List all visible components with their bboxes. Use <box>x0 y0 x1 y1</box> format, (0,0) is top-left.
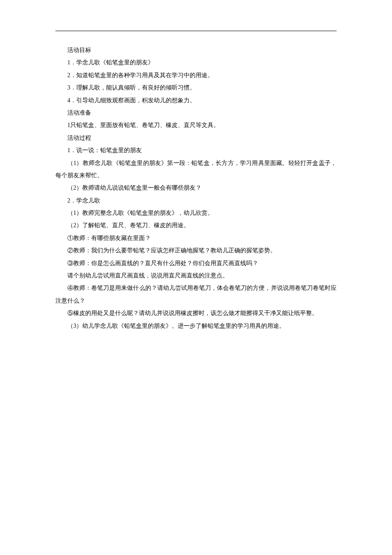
text-line: 2．知道铅笔盒里的各种学习用具及其在学习中的用途。 <box>55 69 337 81</box>
text-line: 2．学念儿歌 <box>55 194 337 207</box>
text-line: ⑤橡皮的用处又是什么呢？请幼儿并说说用橡皮擦时，该怎么做才能擦得又干净又能让纸平… <box>55 307 337 319</box>
text-line: 请个别幼儿尝试用直尺画直线，说说用直尺画直线的注意点。 <box>55 269 337 282</box>
text-line: ①教师：有哪些朋友藏在里面？ <box>55 232 337 244</box>
text-line: 活动目标 <box>55 44 337 56</box>
text-line: 1．说一说：铅笔盒里的朋友 <box>55 144 337 156</box>
text-line: ②教师：我们为什么要带铅笔？应该怎样正确地握笔？教幼儿正确的握笔姿势。 <box>55 244 337 257</box>
text-line: 3．理解儿歌，能认真倾听，有良好的倾听习惯。 <box>55 81 337 94</box>
text-line-wrap: （1）教师念儿歌《铅笔盒里的朋友》第一段：铅笔盒，长方方，学习用具里面藏。轻轻打… <box>55 157 337 182</box>
document-body: 活动目标 1．学念儿歌《铅笔盒里的朋友》 2．知道铅笔盒里的各种学习用具及其在学… <box>55 44 337 332</box>
text-line: 1．学念儿歌《铅笔盒里的朋友》 <box>55 56 337 69</box>
horizontal-divider <box>55 31 337 31</box>
text-line: 活动准备 <box>55 107 337 119</box>
text-line: 1只铅笔盒、里面放有铅笔、卷笔刀、橡皮、直尺等文具。 <box>55 119 337 131</box>
text-line: ④教师：卷笔刀是用来做什么的？请幼儿尝试用卷笔刀，体会卷笔刀的方便，并说说用卷笔… <box>55 282 337 307</box>
text-line: 4．引导幼儿细致观察画面，积发幼儿的想象力。 <box>55 94 337 107</box>
text-line: （1）教师完整念儿歌《铅笔盒里的朋友》，幼儿欣赏。 <box>55 207 337 219</box>
text-line: （3）幼儿学念儿歌《铅笔盒里的朋友》。进一步了解铅笔盒里的学习用具的用途。 <box>55 320 337 332</box>
text-line: （2）教师请幼儿说说铅笔盒里一般会有哪些朋友？ <box>55 182 337 194</box>
text-line: 活动过程 <box>55 132 337 144</box>
text-line: （2）了解铅笔、直尺、卷笔刀、橡皮的用途。 <box>55 219 337 231</box>
text-line: ③教师：你是怎么画直线的？直尺有什么用处？你们会用直尺画直线吗？ <box>55 257 337 269</box>
